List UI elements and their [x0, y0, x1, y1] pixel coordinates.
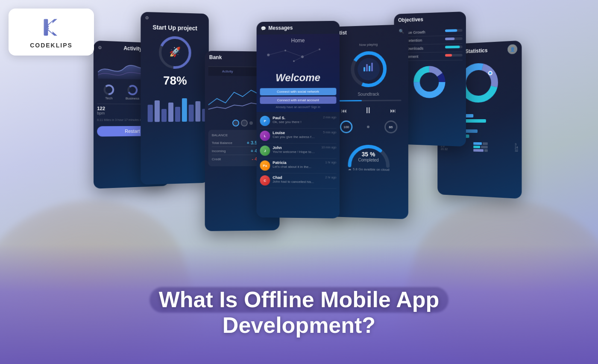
- svg-point-27: [319, 48, 320, 50]
- logo-container: CODEKLIPS: [9, 9, 94, 56]
- tech-label: Tech: [105, 96, 112, 100]
- msg-time-john: 10 min ago: [322, 146, 337, 149]
- msg-content-john: John You're welcome ! Hope to see...: [273, 146, 321, 154]
- svg-rect-22: [195, 101, 200, 122]
- music-ring: [349, 50, 388, 89]
- bottom-text: What Is Offline Mobile App Development?: [0, 287, 598, 338]
- svg-rect-17: [161, 109, 167, 122]
- avatar-john: J: [260, 146, 270, 156]
- msg-text-john: You're welcome ! Hope to see...: [273, 150, 315, 154]
- main-title: What Is Offline Mobile App Development?: [43, 287, 555, 338]
- message-item-1: L Louise Can you give the adress for... …: [260, 129, 337, 144]
- search-icon: 🔍: [399, 29, 404, 33]
- startup-circle: 🚀: [158, 35, 192, 70]
- donut-business: Business: [126, 83, 139, 100]
- artist-content: Now playing Soundtrack: [330, 37, 408, 176]
- logo-text: CODEKLIPS: [30, 42, 73, 49]
- donut-tech: Tech: [102, 83, 115, 100]
- startup-bars: [144, 96, 205, 123]
- avatar-patricia: Pa: [260, 161, 270, 171]
- percent-label: 35 %: [358, 151, 378, 158]
- welcome-text: Welcome: [260, 71, 337, 84]
- screen-startup: ⚙ Start Up project 🚀 78%: [141, 12, 208, 185]
- home-label: Home: [260, 37, 337, 44]
- avatar-louise: L: [260, 131, 270, 141]
- percent-overlay: 35 % Completed: [358, 149, 378, 163]
- val1-circle: 100: [340, 120, 352, 133]
- msg-text-chad: John had to cancelled his...: [273, 180, 315, 184]
- dot-sep: [367, 126, 369, 128]
- msg-name-louise: Louise: [273, 131, 323, 135]
- balance-label: BALANCE: [212, 133, 228, 137]
- message-icon: 💬: [261, 26, 266, 30]
- msg-time-paul: 2 min ago: [323, 116, 336, 119]
- svg-rect-36: [363, 67, 365, 71]
- bpm-stat: 122 bpm: [97, 106, 105, 115]
- msg-text-paul: Ok, see you there !: [273, 120, 315, 124]
- banking-title: Bank: [209, 54, 222, 60]
- now-playing: Now playing: [333, 42, 405, 47]
- msg-name-john: John: [273, 146, 321, 150]
- values-row: 100 86: [333, 118, 405, 136]
- avatar-paul: P: [260, 116, 270, 126]
- completed-label: Completed: [358, 158, 378, 163]
- startup-title: Start Up project: [144, 23, 205, 32]
- startup-percent: 78%: [144, 73, 205, 88]
- pause-icon[interactable]: ⏸: [364, 106, 373, 115]
- title-line2: Development?: [223, 313, 375, 338]
- next-icon[interactable]: ⏭: [390, 107, 396, 114]
- settings-icon-2: ⚙: [145, 15, 149, 20]
- title-line1: What Is Offline Mobile App: [159, 287, 440, 312]
- messages-top: 💬 Messages: [257, 21, 340, 35]
- svg-rect-0: [39, 15, 63, 39]
- connect-email-btn[interactable]: Connect with email account: [260, 97, 337, 104]
- tab-activity[interactable]: Activity: [220, 68, 235, 74]
- msg-content-paul: Paul S. Ok, see you there !: [273, 116, 323, 124]
- svg-line-29: [268, 50, 285, 55]
- screen-artist: Artist 🔍 Now playing So: [330, 24, 408, 219]
- logo-icon: [38, 15, 64, 39]
- message-item-0: P Paul S. Ok, see you there ! 2 min ago: [260, 114, 337, 129]
- bpm-label: bpm: [97, 111, 105, 115]
- avatar-chad: C: [260, 175, 270, 185]
- svg-rect-1: [44, 19, 48, 35]
- artist-val2: 86: [384, 120, 397, 133]
- svg-rect-37: [366, 64, 368, 71]
- objectives-header: Objectives: [394, 12, 466, 27]
- msg-time-chad: 2 hr ago: [325, 176, 337, 179]
- soundtrack-label: Soundtrack: [333, 91, 405, 97]
- home-area: Home Welcome Connect with social network…: [257, 34, 340, 112]
- svg-line-30: [285, 50, 302, 57]
- svg-rect-15: [148, 105, 153, 122]
- connect-social-btn[interactable]: Connect with social network: [260, 88, 337, 96]
- settings-icon: ⚙: [98, 45, 102, 50]
- screens-container: ⚙ Activity ···: [85, 9, 598, 279]
- prev-icon[interactable]: ⏮: [341, 107, 347, 114]
- icon-grid: [473, 142, 488, 152]
- playback-controls: ⏮ ⏸ ⏭: [333, 103, 405, 118]
- progress-arc-container: 35 % Completed: [345, 136, 392, 166]
- svg-rect-39: [371, 63, 372, 71]
- business-label: Business: [126, 97, 139, 100]
- msg-text-louise: Can you give the adress for...: [273, 135, 315, 139]
- incoming-label: Incoming: [212, 149, 226, 153]
- svg-rect-21: [189, 105, 194, 122]
- message-item-3: Pa Patricia Let's chat about it in the..…: [260, 159, 337, 174]
- svg-rect-19: [175, 107, 180, 122]
- svg-rect-16: [155, 100, 160, 122]
- msg-time-louise: 5 min ago: [323, 131, 336, 134]
- msg-time-patricia: 1 hr ago: [325, 161, 337, 164]
- svg-rect-20: [182, 98, 187, 122]
- val2-circle: 86: [384, 120, 397, 133]
- msg-content-chad: Chad John had to cancelled his...: [273, 176, 325, 184]
- credit-label: Credit: [212, 157, 221, 161]
- svg-line-31: [302, 50, 320, 57]
- msg-content-louise: Louise Can you give the adress for...: [273, 131, 323, 139]
- message-item-4: C Chad John had to cancelled his... 2 hr…: [260, 173, 337, 188]
- statistics-title: Statistics: [465, 47, 487, 54]
- msg-text-patricia: Let's chat about it in the...: [273, 165, 315, 169]
- message-item-2: J John You're welcome ! Hope to see... 1…: [260, 144, 337, 159]
- startup-header: ⚙: [141, 12, 208, 25]
- objectives-title: Objectives: [398, 16, 423, 23]
- startup-content: Start Up project 🚀 78%: [141, 23, 208, 123]
